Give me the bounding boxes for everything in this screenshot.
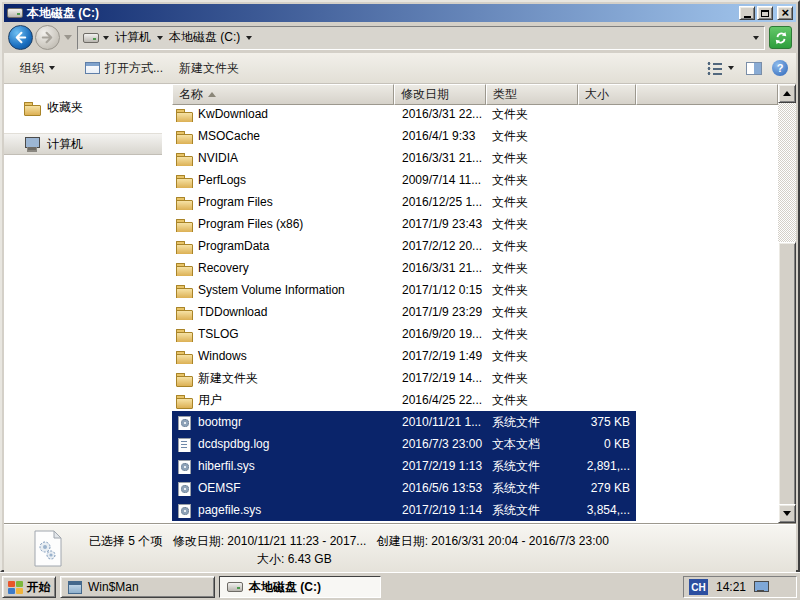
column-type-label: 类型 (493, 86, 517, 103)
file-row[interactable]: Program Files2016/12/25 1...文件夹 (172, 191, 636, 213)
file-type: 文件夹 (486, 172, 578, 189)
file-size: 375 KB (578, 415, 636, 429)
file-row[interactable]: PerfLogs2009/7/14 11...文件夹 (172, 169, 636, 191)
taskbar-button-local-disk-c[interactable]: 本地磁盘 (C:) (219, 576, 381, 598)
scroll-up-button[interactable] (778, 84, 796, 103)
explorer-window: 本地磁盘 (C:) 计算机 本地磁盘 (C:) (0, 0, 800, 572)
file-type: 文件夹 (486, 260, 578, 277)
file-date-modified: 2017/1/12 0:15 (394, 283, 486, 297)
tray-monitor-icon[interactable] (754, 581, 768, 593)
column-header-size[interactable]: 大小 (578, 84, 636, 105)
clock[interactable]: 14:21 (716, 580, 746, 594)
file-name-cell: TDDownload (172, 305, 394, 320)
selection-size: 大小: 6.43 GB (257, 551, 332, 568)
file-row[interactable]: ProgramData2017/2/12 20...文件夹 (172, 235, 636, 257)
scroll-down-button[interactable] (778, 504, 796, 523)
file-row[interactable]: TDDownload2017/1/9 23:29文件夹 (172, 301, 636, 323)
file-list-rows: KwDownload2016/3/31 22...文件夹MSOCache2016… (162, 105, 778, 521)
column-name-label: 名称 (179, 86, 203, 103)
scrollbar-thumb[interactable] (778, 242, 796, 524)
breadcrumb-computer[interactable]: 计算机 (113, 29, 153, 46)
open-with-label: 打开方式... (105, 60, 163, 77)
file-date-modified: 2016/3/31 22... (394, 107, 486, 121)
file-name-cell: dcdspdbg.log (172, 437, 394, 452)
file-row[interactable]: System Volume Information2017/1/12 0:15文… (172, 279, 636, 301)
file-row[interactable]: 新建文件夹2017/2/19 14...文件夹 (172, 367, 636, 389)
file-date-modified: 2017/2/19 1:14 (394, 503, 486, 517)
back-button[interactable] (8, 25, 33, 50)
system-icon (176, 459, 192, 474)
file-name: PerfLogs (198, 173, 246, 187)
title-bar[interactable]: 本地磁盘 (C:) (4, 4, 796, 22)
new-folder-button[interactable]: 新建文件夹 (171, 57, 247, 80)
file-type: 系统文件 (486, 414, 578, 431)
taskbar-button-winsman[interactable]: Win$Man (60, 576, 215, 598)
file-size: 0 KB (578, 437, 636, 451)
close-button[interactable] (777, 6, 793, 20)
file-date-modified: 2016/12/25 1... (394, 195, 486, 209)
file-list-panel: 名称 修改日期 类型 大小 KwDownload2016/3/31 22...文… (162, 84, 778, 523)
column-header-filler (636, 84, 778, 105)
breadcrumb-local-disk-c[interactable]: 本地磁盘 (C:) (167, 29, 242, 46)
file-row[interactable]: NVIDIA2016/3/31 21...文件夹 (172, 147, 636, 169)
refresh-button[interactable] (769, 26, 792, 49)
file-row[interactable]: dcdspdbg.log2016/7/3 23:00文本文档0 KB (172, 433, 636, 455)
file-type: 文件夹 (486, 216, 578, 233)
file-name-cell: MSOCache (172, 129, 394, 144)
minimize-button[interactable] (739, 6, 755, 20)
forward-button[interactable] (35, 25, 60, 50)
organize-button[interactable]: 组织 (12, 57, 63, 80)
file-row[interactable]: Windows2017/2/19 1:49文件夹 (172, 345, 636, 367)
file-row[interactable]: pagefile.sys2017/2/19 1:14系统文件3,854,... (172, 499, 636, 521)
vertical-scrollbar[interactable] (778, 84, 796, 523)
recent-pages-dropdown-icon[interactable] (64, 35, 72, 40)
file-row[interactable]: hiberfil.sys2017/2/19 1:13系统文件2,891,... (172, 455, 636, 477)
scrollbar-track[interactable] (778, 103, 796, 504)
file-date-modified: 2009/7/14 11... (394, 173, 486, 187)
address-history-dropdown-icon[interactable] (753, 36, 759, 40)
address-bar[interactable]: 计算机 本地磁盘 (C:) (77, 26, 765, 50)
change-view-button[interactable] (705, 58, 736, 78)
breadcrumb-chevron-icon[interactable] (246, 36, 252, 40)
file-row[interactable]: Recovery2016/3/31 21...文件夹 (172, 257, 636, 279)
file-row[interactable]: 用户2016/4/25 22...文件夹 (172, 389, 636, 411)
file-name: 用户 (198, 392, 222, 409)
help-button[interactable]: ? (772, 60, 788, 76)
file-date-modified: 2017/2/19 1:49 (394, 349, 486, 363)
breadcrumb-chevron-icon[interactable] (103, 36, 109, 40)
start-button[interactable]: 开始 (2, 576, 56, 598)
views-icon (707, 61, 722, 75)
sidebar-item-computer[interactable]: 计算机 (4, 133, 162, 155)
column-header-name[interactable]: 名称 (172, 84, 394, 105)
file-name-cell: bootmgr (172, 415, 394, 430)
file-name-cell: 新建文件夹 (172, 370, 394, 387)
selection-modified-range: 修改日期: 2010/11/21 11:23 - 2017... (173, 534, 367, 548)
open-with-button[interactable]: 打开方式... (77, 57, 171, 80)
column-header-date-modified[interactable]: 修改日期 (394, 84, 486, 105)
file-row[interactable]: bootmgr2010/11/21 1...系统文件375 KB (172, 411, 636, 433)
maximize-button[interactable] (757, 6, 773, 20)
sort-ascending-icon (208, 92, 216, 97)
file-date-modified: 2016/5/6 13:53 (394, 481, 486, 495)
selection-count: 已选择 5 个项 (89, 534, 162, 548)
taskbar-drive-icon (227, 582, 243, 592)
language-indicator[interactable]: CH (689, 579, 708, 595)
file-row[interactable]: Program Files (x86)2017/1/9 23:43文件夹 (172, 213, 636, 235)
system-icon (176, 481, 192, 496)
folder-icon (176, 327, 192, 342)
preview-pane-button[interactable] (746, 62, 762, 75)
sidebar-item-favorites[interactable]: 收藏夹 (4, 96, 162, 118)
file-name-cell: pagefile.sys (172, 503, 394, 518)
file-row[interactable]: OEMSF2016/5/6 13:53系统文件279 KB (172, 477, 636, 499)
file-name: dcdspdbg.log (198, 437, 269, 451)
file-row[interactable]: TSLOG2016/9/20 19...文件夹 (172, 323, 636, 345)
file-date-modified: 2016/7/3 23:00 (394, 437, 486, 451)
forward-arrow-icon (40, 30, 55, 45)
organize-dropdown-icon (49, 66, 55, 70)
file-row[interactable]: KwDownload2016/3/31 22...文件夹 (172, 105, 636, 125)
text-icon (176, 437, 192, 452)
column-header-type[interactable]: 类型 (486, 84, 578, 105)
breadcrumb-chevron-icon[interactable] (157, 36, 163, 40)
file-row[interactable]: MSOCache2016/4/1 9:33文件夹 (172, 125, 636, 147)
file-type: 文件夹 (486, 348, 578, 365)
